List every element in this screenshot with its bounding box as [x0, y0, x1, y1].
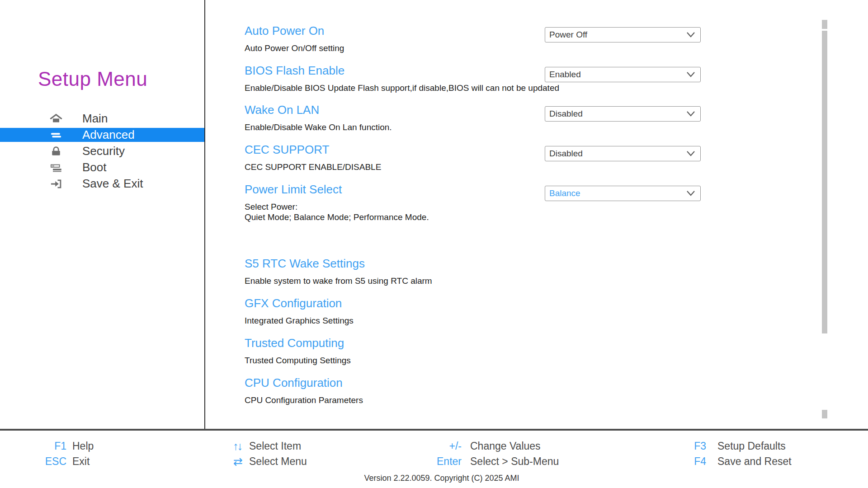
hint-label: Select > Sub-Menu — [470, 455, 559, 468]
sidebar-divider — [204, 0, 205, 430]
key-f3: F3 — [669, 440, 706, 452]
hint-label: Select Menu — [249, 455, 307, 468]
setting-description: Integrated Graphics Settings — [245, 315, 710, 326]
setting-bios-flash-enable: BIOS Flash Enable Enable/Disable BIOS Up… — [245, 64, 710, 93]
key-f4: F4 — [669, 455, 706, 468]
setting-wake-on-lan: Wake On LAN Enable/Disable Wake On Lan f… — [245, 103, 710, 132]
setting-description: Trusted Computing Settings — [245, 355, 710, 366]
chevron-down-icon — [686, 31, 696, 38]
chevron-down-icon — [686, 71, 696, 78]
selected-value: Balance — [549, 188, 580, 198]
scrollbar-thumb[interactable] — [822, 31, 827, 333]
hint-select-menu: ⇄ Select Menu — [222, 455, 307, 468]
setting-cec-support: CEC SUPPORT CEC SUPPORT ENABLE/DISABLE D… — [245, 143, 710, 172]
setting-description: CPU Configuration Parameters — [245, 395, 710, 405]
hint-help: F1 Help — [30, 440, 94, 452]
left-right-arrows-icon: ⇄ — [222, 455, 241, 468]
sidebar-item-save-exit[interactable]: Save & Exit — [0, 177, 204, 191]
hint-select-item: ↑↓ Select Item — [222, 440, 301, 452]
setting-title-link[interactable]: Power Limit Select — [245, 183, 342, 196]
hint-select-submenu: Enter Select > Sub-Menu — [421, 455, 559, 468]
sidebar-item-boot[interactable]: Boot — [0, 160, 204, 174]
wake-on-lan-select[interactable]: Disabled — [545, 106, 701, 122]
setting-cpu-configuration: CPU Configuration CPU Configuration Para… — [245, 376, 710, 405]
hint-label: Help — [72, 440, 94, 452]
key-esc: ESC — [30, 455, 66, 468]
version-text: Version 2.22.0059. Copyright (C) 2025 AM… — [8, 474, 868, 483]
hint-exit: ESC Exit — [30, 455, 90, 468]
sidebar-item-label: Main — [82, 112, 108, 126]
scrollbar-bottom-segment[interactable] — [822, 410, 827, 418]
sidebar-item-label: Advanced — [82, 128, 135, 142]
lock-icon — [50, 145, 62, 158]
hint-change-values: +/- Change Values — [421, 440, 541, 452]
up-down-arrows-icon: ↑↓ — [222, 440, 241, 453]
setting-title-link[interactable]: Trusted Computing — [245, 336, 344, 350]
hint-label: Setup Defaults — [717, 440, 786, 452]
setting-power-limit-select: Power Limit Select Select Power: Quiet M… — [245, 183, 710, 222]
setting-description: Enable/Disable Wake On Lan function. — [245, 122, 710, 132]
key-plus-minus: +/- — [421, 440, 462, 452]
hint-label: Save and Reset — [717, 455, 792, 468]
sidebar-item-label: Save & Exit — [82, 177, 143, 191]
power-limit-select[interactable]: Balance — [545, 186, 701, 201]
setting-auto-power-on: Auto Power On Auto Power On/Off setting … — [245, 24, 710, 53]
setting-title-link[interactable]: CPU Configuration — [245, 376, 343, 389]
setting-description: Select Power: Quiet Mode; Balance Mode; … — [245, 202, 710, 222]
setting-description: Auto Power On/Off setting — [245, 43, 710, 53]
boot-drive-icon — [50, 161, 62, 174]
hint-label: Exit — [72, 455, 90, 468]
selected-value: Power Off — [549, 30, 587, 40]
setting-title-link[interactable]: Wake On LAN — [245, 103, 319, 117]
selected-value: Enabled — [549, 70, 581, 80]
sidebar-item-label: Boot — [82, 160, 107, 174]
selected-value: Disabled — [549, 149, 583, 159]
hint-label: Change Values — [470, 440, 541, 452]
setting-description: CEC SUPPORT ENABLE/DISABLE — [245, 162, 710, 172]
scrollbar-top-segment[interactable] — [822, 20, 827, 29]
hint-label: Select Item — [249, 440, 301, 452]
cec-support-select[interactable]: Disabled — [545, 146, 701, 161]
page-title: Setup Menu — [38, 68, 147, 90]
auto-power-on-select[interactable]: Power Off — [545, 27, 701, 42]
chevron-down-icon — [686, 110, 696, 117]
setting-title-link[interactable]: BIOS Flash Enable — [245, 64, 344, 77]
chevron-down-icon — [686, 190, 696, 197]
exit-arrow-icon — [50, 178, 62, 190]
setting-description: Enable system to wake from S5 using RTC … — [245, 276, 710, 286]
sidebar-item-security[interactable]: Security — [0, 144, 204, 158]
setting-description: Enable/Disable BIOS Update Flash support… — [245, 83, 710, 93]
setting-title-link[interactable]: S5 RTC Wake Settings — [245, 257, 365, 270]
key-f1: F1 — [30, 440, 66, 452]
key-enter: Enter — [421, 455, 462, 468]
sidebar-item-advanced[interactable]: Advanced — [0, 128, 204, 142]
selected-value: Disabled — [549, 109, 583, 119]
setting-title-link[interactable]: Auto Power On — [245, 24, 324, 38]
menu-lines-icon — [50, 129, 62, 141]
sidebar-item-label: Security — [82, 144, 125, 158]
bios-flash-enable-select[interactable]: Enabled — [545, 67, 701, 82]
setting-title-link[interactable]: CEC SUPPORT — [245, 143, 329, 156]
setting-gfx-configuration: GFX Configuration Integrated Graphics Se… — [245, 296, 710, 326]
sidebar: Setup Menu Main Advanced — [0, 0, 204, 430]
chevron-down-icon — [686, 150, 696, 157]
setting-trusted-computing: Trusted Computing Trusted Computing Sett… — [245, 336, 710, 366]
sidebar-item-main[interactable]: Main — [0, 112, 204, 126]
setting-s5-rtc-wake: S5 RTC Wake Settings Enable system to wa… — [245, 257, 710, 286]
setting-title-link[interactable]: GFX Configuration — [245, 296, 342, 310]
home-icon — [50, 113, 62, 125]
footer-separator — [0, 429, 868, 431]
hint-setup-defaults: F3 Setup Defaults — [669, 440, 786, 452]
hint-save-reset: F4 Save and Reset — [669, 455, 792, 468]
bios-setup-window: Setup Menu Main Advanced — [0, 0, 868, 488]
